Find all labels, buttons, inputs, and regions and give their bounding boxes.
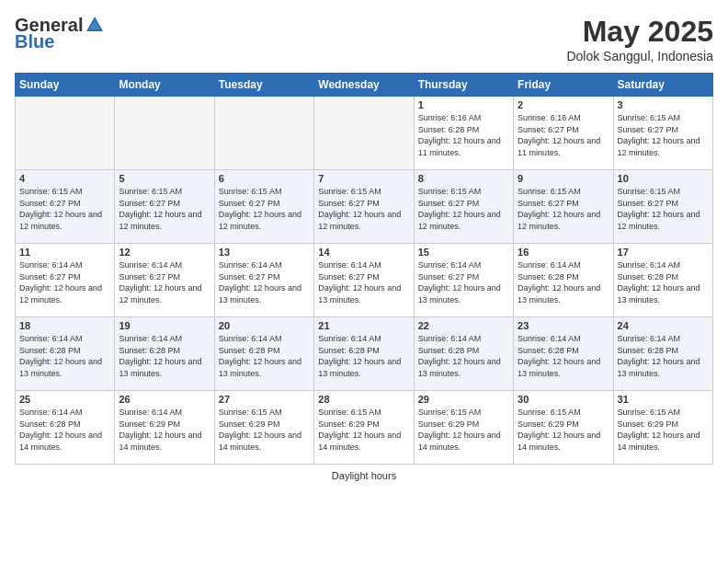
day-number: 28 xyxy=(318,394,409,405)
title-section: May 2025 Dolok Sanggul, Indonesia xyxy=(566,15,713,63)
day-number: 5 xyxy=(119,173,210,184)
calendar-cell: 6Sunrise: 6:15 AMSunset: 6:27 PMDaylight… xyxy=(214,170,313,244)
day-info: Sunrise: 6:14 AMSunset: 6:28 PMDaylight:… xyxy=(19,407,110,453)
calendar-cell: 22Sunrise: 6:14 AMSunset: 6:28 PMDayligh… xyxy=(414,317,513,391)
day-number: 12 xyxy=(119,247,210,258)
col-header-saturday: Saturday xyxy=(613,74,712,97)
day-number: 29 xyxy=(418,394,509,405)
day-number: 15 xyxy=(418,247,509,258)
calendar-cell: 28Sunrise: 6:15 AMSunset: 6:29 PMDayligh… xyxy=(314,391,414,465)
calendar-cell xyxy=(115,97,214,170)
col-header-friday: Friday xyxy=(514,74,613,97)
day-info: Sunrise: 6:15 AMSunset: 6:27 PMDaylight:… xyxy=(618,186,709,232)
day-number: 14 xyxy=(318,247,409,258)
day-number: 18 xyxy=(19,320,110,331)
calendar-cell xyxy=(214,97,313,170)
day-info: Sunrise: 6:16 AMSunset: 6:27 PMDaylight:… xyxy=(518,112,609,158)
calendar-cell: 14Sunrise: 6:14 AMSunset: 6:27 PMDayligh… xyxy=(314,244,414,317)
calendar-cell: 16Sunrise: 6:14 AMSunset: 6:28 PMDayligh… xyxy=(514,244,613,317)
calendar-week-row: 1Sunrise: 6:16 AMSunset: 6:28 PMDaylight… xyxy=(16,97,713,170)
day-number: 1 xyxy=(418,99,509,110)
day-info: Sunrise: 6:14 AMSunset: 6:28 PMDaylight:… xyxy=(518,333,609,379)
month-title: May 2025 xyxy=(566,15,713,49)
calendar-cell: 15Sunrise: 6:14 AMSunset: 6:27 PMDayligh… xyxy=(414,244,513,317)
header: General Blue May 2025 Dolok Sanggul, Ind… xyxy=(15,15,713,63)
day-number: 16 xyxy=(518,247,609,258)
day-number: 20 xyxy=(219,320,310,331)
calendar-cell: 2Sunrise: 6:16 AMSunset: 6:27 PMDaylight… xyxy=(514,97,613,170)
day-number: 26 xyxy=(119,394,210,405)
calendar-cell: 9Sunrise: 6:15 AMSunset: 6:27 PMDaylight… xyxy=(514,170,613,244)
calendar-cell: 8Sunrise: 6:15 AMSunset: 6:27 PMDaylight… xyxy=(414,170,513,244)
day-info: Sunrise: 6:15 AMSunset: 6:27 PMDaylight:… xyxy=(618,112,709,158)
day-number: 2 xyxy=(518,99,609,110)
day-info: Sunrise: 6:14 AMSunset: 6:29 PMDaylight:… xyxy=(119,407,210,453)
day-number: 13 xyxy=(219,247,310,258)
footer: Daylight hours xyxy=(15,470,713,481)
day-info: Sunrise: 6:15 AMSunset: 6:29 PMDaylight:… xyxy=(318,407,409,453)
day-info: Sunrise: 6:14 AMSunset: 6:28 PMDaylight:… xyxy=(219,333,310,379)
calendar-header-row: SundayMondayTuesdayWednesdayThursdayFrid… xyxy=(16,74,713,97)
calendar-week-row: 4Sunrise: 6:15 AMSunset: 6:27 PMDaylight… xyxy=(16,170,713,244)
day-info: Sunrise: 6:15 AMSunset: 6:27 PMDaylight:… xyxy=(318,186,409,232)
calendar-cell: 31Sunrise: 6:15 AMSunset: 6:29 PMDayligh… xyxy=(613,391,712,465)
day-info: Sunrise: 6:15 AMSunset: 6:27 PMDaylight:… xyxy=(518,186,609,232)
calendar-cell: 19Sunrise: 6:14 AMSunset: 6:28 PMDayligh… xyxy=(115,317,214,391)
calendar-cell: 1Sunrise: 6:16 AMSunset: 6:28 PMDaylight… xyxy=(414,97,513,170)
day-info: Sunrise: 6:15 AMSunset: 6:27 PMDaylight:… xyxy=(19,186,110,232)
calendar-cell: 25Sunrise: 6:14 AMSunset: 6:28 PMDayligh… xyxy=(16,391,115,465)
col-header-sunday: Sunday xyxy=(16,74,115,97)
calendar-week-row: 11Sunrise: 6:14 AMSunset: 6:27 PMDayligh… xyxy=(16,244,713,317)
day-info: Sunrise: 6:15 AMSunset: 6:29 PMDaylight:… xyxy=(518,407,609,453)
day-number: 4 xyxy=(19,173,110,184)
calendar-cell: 18Sunrise: 6:14 AMSunset: 6:28 PMDayligh… xyxy=(16,317,115,391)
day-info: Sunrise: 6:16 AMSunset: 6:28 PMDaylight:… xyxy=(418,112,509,158)
day-info: Sunrise: 6:14 AMSunset: 6:28 PMDaylight:… xyxy=(418,333,509,379)
calendar-cell: 27Sunrise: 6:15 AMSunset: 6:29 PMDayligh… xyxy=(214,391,313,465)
calendar-cell: 29Sunrise: 6:15 AMSunset: 6:29 PMDayligh… xyxy=(414,391,513,465)
day-number: 31 xyxy=(618,394,709,405)
day-info: Sunrise: 6:15 AMSunset: 6:29 PMDaylight:… xyxy=(418,407,509,453)
daylight-label: Daylight hours xyxy=(332,470,396,481)
col-header-monday: Monday xyxy=(115,74,214,97)
location: Dolok Sanggul, Indonesia xyxy=(566,49,713,63)
col-header-tuesday: Tuesday xyxy=(214,74,313,97)
day-number: 23 xyxy=(518,320,609,331)
calendar-cell: 13Sunrise: 6:14 AMSunset: 6:27 PMDayligh… xyxy=(214,244,313,317)
calendar-cell: 3Sunrise: 6:15 AMSunset: 6:27 PMDaylight… xyxy=(613,97,712,170)
day-number: 24 xyxy=(618,320,709,331)
logo-blue: Blue xyxy=(15,31,105,52)
day-number: 30 xyxy=(518,394,609,405)
day-info: Sunrise: 6:14 AMSunset: 6:28 PMDaylight:… xyxy=(119,333,210,379)
day-info: Sunrise: 6:14 AMSunset: 6:27 PMDaylight:… xyxy=(318,259,409,305)
calendar-cell: 5Sunrise: 6:15 AMSunset: 6:27 PMDaylight… xyxy=(115,170,214,244)
logo-text: General Blue xyxy=(15,15,105,52)
day-number: 3 xyxy=(618,99,709,110)
calendar-week-row: 18Sunrise: 6:14 AMSunset: 6:28 PMDayligh… xyxy=(16,317,713,391)
day-number: 19 xyxy=(119,320,210,331)
calendar-cell: 17Sunrise: 6:14 AMSunset: 6:28 PMDayligh… xyxy=(613,244,712,317)
calendar-cell: 30Sunrise: 6:15 AMSunset: 6:29 PMDayligh… xyxy=(514,391,613,465)
calendar-cell: 26Sunrise: 6:14 AMSunset: 6:29 PMDayligh… xyxy=(115,391,214,465)
day-number: 21 xyxy=(318,320,409,331)
calendar-cell: 21Sunrise: 6:14 AMSunset: 6:28 PMDayligh… xyxy=(314,317,414,391)
page: General Blue May 2025 Dolok Sanggul, Ind… xyxy=(0,0,728,563)
day-info: Sunrise: 6:15 AMSunset: 6:29 PMDaylight:… xyxy=(618,407,709,453)
day-number: 8 xyxy=(418,173,509,184)
day-info: Sunrise: 6:14 AMSunset: 6:27 PMDaylight:… xyxy=(219,259,310,305)
day-info: Sunrise: 6:15 AMSunset: 6:27 PMDaylight:… xyxy=(418,186,509,232)
day-number: 11 xyxy=(19,247,110,258)
col-header-wednesday: Wednesday xyxy=(314,74,414,97)
calendar-cell: 4Sunrise: 6:15 AMSunset: 6:27 PMDaylight… xyxy=(16,170,115,244)
day-number: 22 xyxy=(418,320,509,331)
calendar-cell: 12Sunrise: 6:14 AMSunset: 6:27 PMDayligh… xyxy=(115,244,214,317)
calendar-cell: 20Sunrise: 6:14 AMSunset: 6:28 PMDayligh… xyxy=(214,317,313,391)
day-number: 9 xyxy=(518,173,609,184)
day-info: Sunrise: 6:14 AMSunset: 6:28 PMDaylight:… xyxy=(318,333,409,379)
day-info: Sunrise: 6:15 AMSunset: 6:29 PMDaylight:… xyxy=(219,407,310,453)
day-info: Sunrise: 6:14 AMSunset: 6:28 PMDaylight:… xyxy=(618,259,709,305)
calendar: SundayMondayTuesdayWednesdayThursdayFrid… xyxy=(15,73,713,465)
calendar-cell xyxy=(314,97,414,170)
calendar-week-row: 25Sunrise: 6:14 AMSunset: 6:28 PMDayligh… xyxy=(16,391,713,465)
day-info: Sunrise: 6:14 AMSunset: 6:27 PMDaylight:… xyxy=(418,259,509,305)
